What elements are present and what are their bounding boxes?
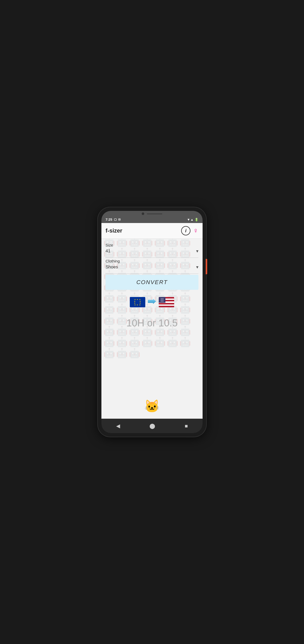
sim-icon: 🖵 <box>114 218 117 221</box>
size-value: 41 <box>106 249 110 254</box>
info-button[interactable]: i <box>181 226 190 235</box>
bottom-cat-icon: 🐱 <box>144 399 160 414</box>
us-flag: ★★★★★★★★★ <box>159 297 174 307</box>
app-title: f-sizer <box>106 227 122 234</box>
nav-bar: ◀ ⬤ ■ <box>101 419 203 433</box>
female-icon-button[interactable]: ♀ <box>193 227 198 235</box>
recents-button[interactable]: ■ <box>181 422 192 430</box>
size-dropdown-arrow: ▾ <box>196 248 198 254</box>
eu-flag: ★ ★ ★★ ★★ ★★ ★ ★ <box>130 297 145 307</box>
size-dropdown[interactable]: 41 ▾ <box>106 248 198 254</box>
svg-marker-0 <box>148 299 156 304</box>
arrow-icon <box>148 298 156 306</box>
clothing-field-group: Clothing Shoes ▾ <box>106 259 198 270</box>
divider-2 <box>106 274 198 274</box>
signal-icon: ▲ <box>190 218 194 221</box>
side-button[interactable] <box>206 259 207 274</box>
eu-stars: ★ ★ ★★ ★★ ★★ ★ ★ <box>134 299 141 306</box>
conversion-row: ★ ★ ★★ ★★ ★★ ★ ★ <box>106 297 198 307</box>
speaker-bar <box>147 213 162 214</box>
size-label: Size <box>106 243 198 247</box>
result-text: 10H or 10.5 <box>106 318 198 329</box>
divider-1 <box>106 258 198 258</box>
battery-icon: 🔋 <box>195 218 198 221</box>
wifi-icon: ▾ <box>188 218 189 221</box>
clothing-value: Shoes <box>106 265 118 270</box>
back-button[interactable]: ◀ <box>112 422 124 430</box>
app-screen: 🤖🤖🤖🤖🤖🤖🤖🤖🤖🤖🤖🤖🤖🤖🤖🤖🤖🤖🤖🤖🤖🤖🤖🤖🤖🤖🤖🤖🤖🤖🤖🤖🤖🤖🤖🤖🤖🤖🤖🤖… <box>101 223 203 419</box>
clothing-label: Clothing <box>106 259 198 263</box>
camera-area <box>101 211 203 216</box>
header-icons: i ♀ <box>181 226 198 235</box>
clothing-dropdown[interactable]: Shoes ▾ <box>106 264 198 270</box>
phone-device: 7:25 🖵 ⊟ ▾ ▲ 🔋 🤖🤖🤖🤖🤖🤖🤖🤖🤖🤖🤖🤖🤖🤖🤖🤖🤖🤖🤖🤖🤖🤖🤖🤖🤖… <box>98 207 206 437</box>
content-area: Size 41 ▾ Clothing Shoes ▾ <box>101 239 203 419</box>
status-time: 7:25 <box>106 218 112 221</box>
wallet-icon: ⊟ <box>118 218 121 221</box>
app-header: f-sizer i ♀ <box>101 223 203 239</box>
camera-dot <box>142 212 144 215</box>
clothing-dropdown-arrow: ▾ <box>196 264 198 270</box>
status-bar: 7:25 🖵 ⊟ ▾ ▲ 🔋 <box>101 216 203 223</box>
home-button[interactable]: ⬤ <box>145 422 159 430</box>
convert-button[interactable]: CONVERT <box>106 275 198 290</box>
size-field-group: Size 41 ▾ <box>106 243 198 254</box>
